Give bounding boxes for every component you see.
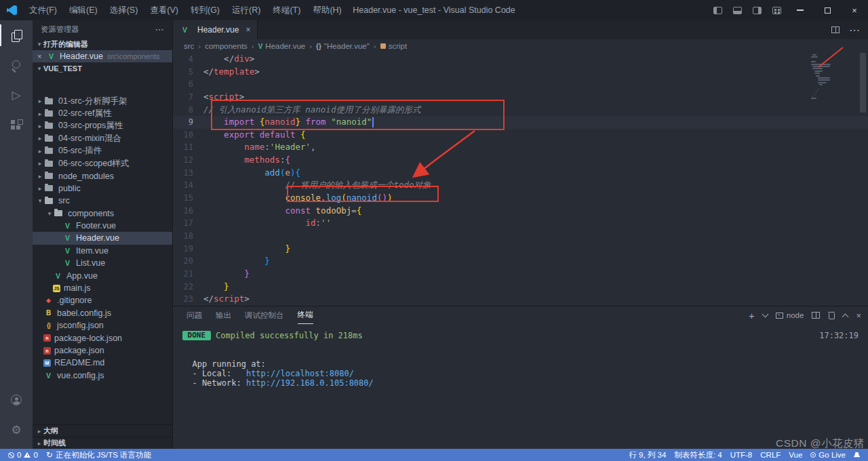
minimap[interactable]: [811, 54, 846, 258]
close-button[interactable]: ×: [841, 0, 868, 20]
menu-item[interactable]: 文件(F): [23, 0, 63, 20]
tree-item[interactable]: npackage.json: [33, 344, 172, 357]
code-line[interactable]: 21 }: [173, 268, 868, 281]
open-editors-section-header[interactable]: ▾ 打开的编辑器: [33, 38, 172, 50]
code-line[interactable]: 8// 引入nanoid第三方库 nanoid使用了分别暴露的形式: [173, 104, 868, 117]
toggle-secondary-sidebar-icon[interactable]: [753, 7, 762, 14]
editor-scrollbar[interactable]: [860, 53, 866, 113]
outline-section-header[interactable]: ▸ 大纲: [33, 424, 172, 437]
status-encoding[interactable]: UTF-8: [726, 451, 757, 459]
terminal-output[interactable]: DONE Compiled successfully in 218ms17:32…: [173, 324, 868, 388]
tree-item[interactable]: MREADME.md: [33, 357, 172, 369]
tree-item[interactable]: VApp.vue: [33, 269, 172, 281]
code-line[interactable]: 12 methods:{: [173, 154, 868, 167]
code-line[interactable]: 9 import {nanoid} from "nanoid": [173, 116, 868, 129]
code-line[interactable]: 23</script>: [173, 293, 868, 306]
tree-item[interactable]: ▸04-src-mixin混合: [33, 132, 172, 144]
panel-tab-output[interactable]: 输出: [216, 306, 231, 324]
code-line[interactable]: 6: [173, 78, 868, 91]
project-section-header[interactable]: ▾ VUE_TEST: [33, 62, 172, 75]
code-editor[interactable]: 4 </div>5</template>67<script>8// 引入nano…: [173, 53, 868, 306]
toggle-sidebar-icon[interactable]: [713, 7, 722, 14]
settings-button[interactable]: ⚙: [0, 415, 33, 445]
tree-item[interactable]: ▸05-src-插件: [33, 145, 172, 157]
code-line[interactable]: 7<script>: [173, 91, 868, 104]
status-tab-size[interactable]: 制表符长度: 4: [670, 450, 726, 460]
terminal-dropdown-chevron-icon[interactable]: [762, 311, 768, 318]
breadcrumb-item[interactable]: script: [380, 42, 407, 50]
tab-header-vue[interactable]: V Header.vue ×: [173, 20, 258, 39]
menu-item[interactable]: 帮助(H): [307, 0, 347, 20]
menu-item[interactable]: 选择(S): [104, 0, 144, 20]
status-cursor-position[interactable]: 行 9, 列 34: [625, 450, 670, 460]
notifications-button[interactable]: [850, 452, 864, 458]
code-line[interactable]: 14 // 将用户的输入包装成一个todo对象: [173, 179, 868, 192]
close-icon[interactable]: ×: [37, 52, 46, 60]
menu-item[interactable]: 编辑(E): [63, 0, 104, 20]
tree-item[interactable]: ▾src: [33, 195, 172, 207]
breadcrumb-item[interactable]: VHeader.vue: [258, 42, 306, 50]
tree-item[interactable]: Vvue.config.js: [33, 369, 172, 382]
split-terminal-icon[interactable]: [812, 312, 820, 319]
tree-item[interactable]: {}jsconfig.json: [33, 319, 172, 332]
tree-item[interactable]: VItem.vue: [33, 245, 172, 257]
breadcrumb-item[interactable]: {}"Header.vue": [316, 42, 370, 50]
explorer-tab[interactable]: [0, 20, 33, 50]
breadcrumb-item[interactable]: components: [205, 42, 248, 50]
tree-item[interactable]: ▾components: [33, 207, 172, 220]
close-panel-icon[interactable]: ×: [856, 310, 861, 321]
status-eol[interactable]: CRLF: [756, 451, 785, 459]
tree-item[interactable]: ◆.gitignore: [33, 294, 172, 306]
code-line[interactable]: 4 </div>: [173, 53, 868, 66]
code-line[interactable]: 19 }: [173, 243, 868, 256]
tree-item[interactable]: ▸node_modules: [33, 169, 172, 182]
open-editor-item[interactable]: × V Header.vue src\components: [33, 50, 172, 62]
new-terminal-icon[interactable]: +: [749, 310, 755, 321]
code-line[interactable]: 11 name:'Header',: [173, 141, 868, 154]
tree-item[interactable]: ▸02-src-ref属性: [33, 107, 172, 119]
maximize-panel-icon[interactable]: [842, 313, 849, 320]
tree-item[interactable]: ▸01-src-分析脚手架: [33, 95, 172, 107]
panel-tab-problems[interactable]: 问题: [186, 306, 202, 324]
terminal-picker[interactable]: node: [776, 311, 804, 319]
code-line[interactable]: 10 export default {: [173, 129, 868, 142]
menu-item[interactable]: 转到(G): [184, 0, 226, 20]
code-line[interactable]: 5</template>: [173, 66, 868, 79]
tree-item[interactable]: VFooter.vue: [33, 220, 172, 232]
customize-layout-icon[interactable]: [772, 7, 781, 14]
toggle-panel-icon[interactable]: [733, 7, 742, 14]
tree-item[interactable]: VHeader.vue: [33, 232, 172, 244]
language-status[interactable]: ↻ 正在初始化 JS/TS 语言功能: [42, 450, 155, 460]
tree-item[interactable]: ▸06-src-scoped样式: [33, 157, 172, 169]
code-line[interactable]: 18: [173, 230, 868, 243]
code-line[interactable]: 15 console.log(nanoid()): [173, 192, 868, 205]
status-language-mode[interactable]: Vue: [785, 451, 806, 459]
maximize-button[interactable]: [814, 0, 841, 20]
timeline-section-header[interactable]: ▸ 时间线: [33, 437, 172, 449]
panel-tab-terminal[interactable]: 终端: [298, 306, 313, 324]
code-line[interactable]: 16 const todoObj={: [173, 205, 868, 218]
split-editor-icon[interactable]: [831, 26, 840, 33]
explorer-more-actions-icon[interactable]: ⋯: [155, 24, 164, 35]
problems-status[interactable]: 0 0: [4, 451, 42, 459]
extensions-tab[interactable]: [0, 110, 33, 140]
code-line[interactable]: 20 }: [173, 255, 868, 268]
tree-item[interactable]: VList.vue: [33, 257, 172, 269]
kill-terminal-icon[interactable]: [828, 312, 835, 319]
code-line[interactable]: 13 add(e){: [173, 167, 868, 180]
tree-item[interactable]: Bbabel.config.js: [33, 307, 172, 319]
menu-item[interactable]: 终端(T): [267, 0, 307, 20]
panel-tab-debug-console[interactable]: 调试控制台: [245, 306, 284, 324]
tree-item[interactable]: npackage-lock.json: [33, 332, 172, 344]
status-go-live[interactable]: Go Live: [806, 451, 850, 459]
editor-more-actions-icon[interactable]: ⋯: [849, 24, 860, 37]
run-debug-tab[interactable]: ▷: [0, 80, 33, 110]
account-button[interactable]: [0, 385, 33, 415]
tree-item[interactable]: ▸03-src-props属性: [33, 120, 172, 132]
breadcrumb-item[interactable]: src: [184, 42, 194, 50]
code-line[interactable]: 17 id:'': [173, 217, 868, 230]
close-tab-icon[interactable]: ×: [245, 25, 250, 35]
menu-item[interactable]: 查看(V): [144, 0, 184, 20]
menu-item[interactable]: 运行(R): [226, 0, 267, 20]
search-tab[interactable]: [0, 50, 33, 80]
